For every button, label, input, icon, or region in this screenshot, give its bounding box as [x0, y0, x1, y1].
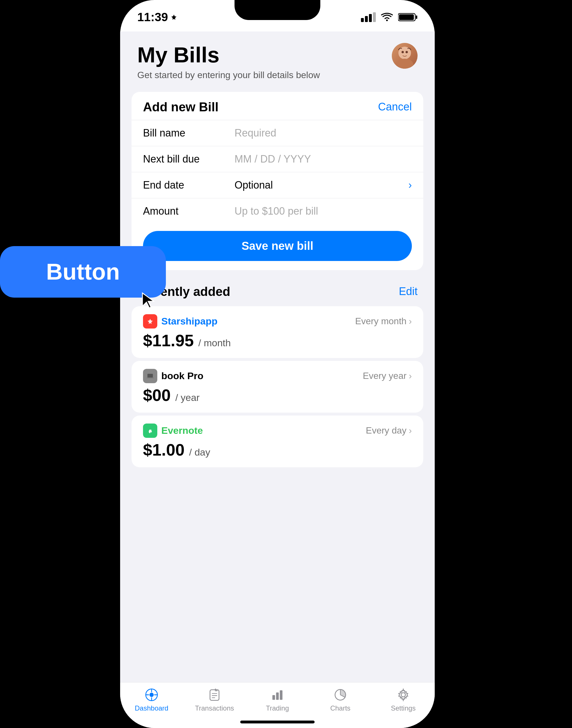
svg-rect-4: [369, 14, 372, 22]
status-icons: [361, 12, 418, 22]
bill-app-info-evernote: Evernote: [143, 423, 203, 438]
status-time: 11:39: [137, 10, 177, 24]
svg-rect-2: [361, 18, 364, 22]
save-button-wrapper: Save new bill: [132, 224, 423, 270]
end-date-input[interactable]: Optional: [234, 179, 406, 191]
bill-period: / month: [199, 337, 231, 348]
bill-item-macbook[interactable]: book Pro Every year › $00 / year: [132, 361, 423, 413]
svg-rect-30: [280, 690, 282, 700]
chevron-icon-evernote: ›: [409, 425, 412, 436]
recently-added-header: Recently added Edit: [120, 276, 435, 303]
bill-frequency-evernote: Every day ›: [366, 425, 412, 436]
svg-rect-15: [147, 374, 153, 378]
add-bill-card: Add new Bill Cancel Bill name Required N…: [132, 92, 423, 270]
page-title: My Bills: [137, 43, 320, 67]
home-indicator: [240, 721, 314, 723]
phone-content: My Bills Get started by entering your bi…: [120, 31, 435, 682]
button-overlay[interactable]: Button: [0, 246, 166, 297]
bill-amount-evernote: $1.00 / day: [143, 440, 412, 459]
tab-dashboard[interactable]: Dashboard: [120, 687, 183, 712]
chevron-icon-macbook: ›: [409, 371, 412, 381]
end-date-row[interactable]: End date Optional ›: [132, 172, 423, 198]
charts-tab-label: Charts: [330, 704, 351, 712]
status-bar: 11:39: [137, 9, 418, 26]
svg-point-13: [406, 51, 408, 53]
tab-transactions[interactable]: Transactions: [183, 687, 246, 712]
starship-app-name: Starshipapp: [161, 316, 217, 327]
evernote-app-icon: [143, 423, 157, 438]
bill-app-info-macbook: book Pro: [143, 369, 203, 383]
svg-marker-0: [142, 293, 154, 308]
dashboard-icon: [144, 687, 159, 703]
cancel-button[interactable]: Cancel: [378, 101, 412, 113]
add-bill-header: Add new Bill Cancel: [132, 92, 423, 120]
page-header: My Bills Get started by entering your bi…: [120, 31, 435, 86]
svg-rect-9: [399, 14, 414, 20]
starship-app-icon: [143, 314, 157, 329]
svg-rect-28: [272, 695, 275, 700]
add-bill-title: Add new Bill: [143, 100, 218, 114]
bill-frequency-macbook: Every year ›: [363, 371, 412, 381]
tab-settings[interactable]: Settings: [372, 687, 435, 712]
svg-rect-8: [416, 15, 417, 19]
macbook-app-icon: [143, 369, 157, 383]
button-overlay-label: Button: [46, 259, 120, 285]
end-date-chevron-icon: ›: [409, 179, 412, 191]
transactions-icon: [207, 687, 222, 703]
amount-row[interactable]: Amount Up to $100 per bill: [132, 198, 423, 224]
bill-amount-macbook: $00 / year: [143, 386, 412, 405]
settings-tab-label: Settings: [391, 704, 416, 712]
bill-amount: $11.95 / month: [143, 331, 412, 350]
svg-point-12: [402, 51, 404, 53]
dashboard-tab-label: Dashboard: [135, 704, 168, 712]
amount-label: Amount: [143, 205, 234, 217]
bill-period-evernote: / day: [189, 447, 210, 458]
svg-rect-29: [276, 692, 279, 700]
svg-rect-16: [147, 378, 154, 378]
next-bill-due-input[interactable]: MM / DD / YYYY: [234, 153, 412, 165]
trading-icon: [270, 687, 285, 703]
transactions-tab-label: Transactions: [195, 704, 234, 712]
avatar[interactable]: [392, 43, 418, 69]
charts-icon: [333, 687, 348, 703]
svg-rect-3: [365, 16, 368, 22]
end-date-label: End date: [143, 179, 234, 191]
bill-frequency: Every month ›: [355, 316, 412, 327]
next-bill-due-label: Next bill due: [143, 153, 234, 165]
save-new-bill-button[interactable]: Save new bill: [143, 231, 412, 261]
bill-name-row[interactable]: Bill name Required: [132, 120, 423, 146]
svg-point-6: [386, 19, 388, 21]
bill-item-evernote[interactable]: Evernote Every day › $1.00 / day: [132, 415, 423, 467]
page-subtitle: Get started by entering your bill detail…: [137, 70, 320, 80]
trading-tab-label: Trading: [266, 704, 289, 712]
bill-item-starshipapp[interactable]: Starshipapp Every month › $11.95 / month: [132, 306, 423, 358]
svg-rect-24: [210, 690, 219, 700]
next-bill-due-row[interactable]: Next bill due MM / DD / YYYY: [132, 146, 423, 172]
svg-point-11: [396, 59, 413, 69]
settings-icon: [396, 687, 411, 703]
bill-period-macbook: / year: [175, 392, 200, 403]
edit-button[interactable]: Edit: [399, 285, 418, 297]
evernote-app-name: Evernote: [161, 425, 203, 436]
macbook-app-name: book Pro: [161, 370, 203, 382]
bill-name-label: Bill name: [143, 127, 234, 139]
bill-name-input[interactable]: Required: [234, 127, 412, 139]
svg-rect-5: [373, 12, 376, 22]
cursor-icon: [140, 292, 157, 309]
tab-charts[interactable]: Charts: [309, 687, 372, 712]
amount-input[interactable]: Up to $100 per bill: [234, 205, 412, 217]
bill-app-info: Starshipapp: [143, 314, 217, 329]
svg-marker-1: [171, 15, 176, 20]
svg-point-19: [150, 693, 154, 697]
tab-trading[interactable]: Trading: [246, 687, 309, 712]
phone-frame: 11:39: [120, 0, 435, 728]
svg-point-34: [401, 693, 406, 697]
chevron-icon: ›: [409, 316, 412, 327]
